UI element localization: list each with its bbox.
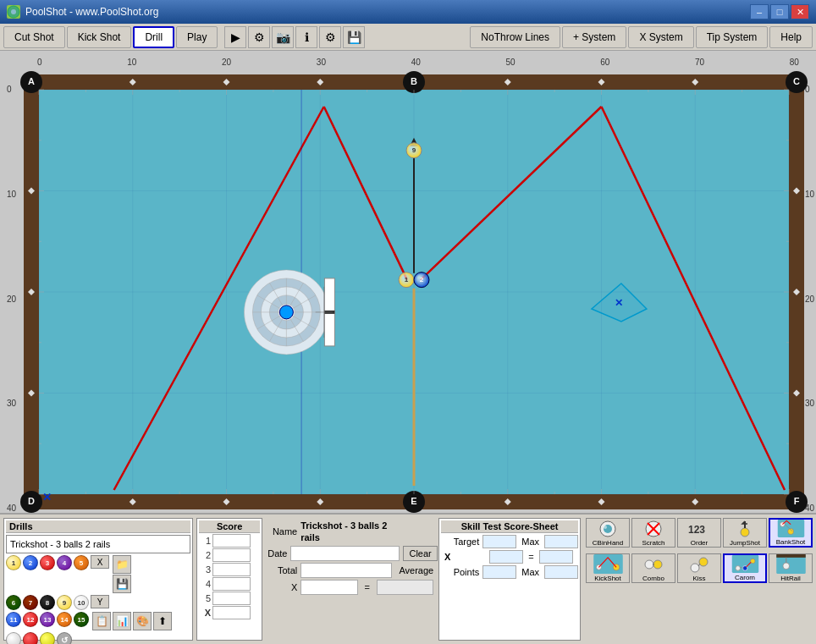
svg-point-12 [787, 529, 793, 535]
ball-14[interactable]: 14 [57, 612, 72, 627]
clear-button[interactable]: Clear [403, 546, 437, 561]
tip-system-button[interactable]: Tip System [696, 26, 769, 48]
play-button[interactable]: Play [176, 26, 218, 48]
max-label: Max [521, 537, 539, 547]
score-x-input[interactable] [212, 606, 251, 619]
svg-rect-31 [776, 554, 806, 558]
total-input[interactable] [300, 563, 392, 578]
ball-yellow[interactable] [40, 632, 55, 644]
bottom-panel: Drills Trickshot - 3 balls 2 rails 1 2 3… [0, 513, 816, 644]
score-input-5[interactable] [212, 592, 251, 605]
x-system-button[interactable]: X System [628, 26, 693, 48]
help-button[interactable]: Help [769, 26, 813, 48]
main-content: 0 10 20 30 40 50 60 70 80 0 10 20 30 40 … [0, 51, 816, 644]
score-row-4: 4 [199, 577, 260, 591]
jumpshot-button[interactable]: JumpShot [723, 518, 767, 548]
skill-title: Skill Test Score-Sheet [441, 520, 578, 533]
plus-system-button[interactable]: + System [562, 26, 626, 48]
score-input-1[interactable] [212, 534, 251, 548]
points-input[interactable] [482, 565, 516, 579]
skill-test-panel: Skill Test Score-Sheet Target Max X = Po… [438, 518, 581, 641]
toolbar: Cut Shot Kick Shot Drill Play ▶ ⚙ 📷 ℹ ⚙ … [0, 24, 816, 51]
ball-red[interactable] [23, 632, 38, 644]
score-input-4[interactable] [212, 577, 251, 591]
score-input-3[interactable] [212, 563, 251, 576]
drill-button[interactable]: Drill [133, 26, 174, 48]
close-button[interactable]: ✕ [791, 4, 809, 19]
score-row-5: 5 [199, 592, 260, 605]
ball-row-1: 1 2 3 4 5 X 📁 💾 [6, 555, 190, 593]
x-button[interactable]: X [91, 555, 109, 569]
action-ball[interactable]: ↺ [57, 632, 72, 644]
ball-3[interactable]: 3 [40, 555, 55, 570]
settings-icon-button[interactable]: ⚙ [248, 26, 270, 48]
camera-icon-button[interactable]: 📷 [272, 26, 294, 48]
info-icon-button[interactable]: ℹ [295, 26, 317, 48]
chart-icon-button[interactable]: 📊 [113, 612, 131, 630]
skill-result-input[interactable] [539, 550, 573, 564]
table-canvas[interactable] [0, 51, 816, 513]
ball-6[interactable]: 6 [6, 595, 21, 610]
points-max-input[interactable] [544, 565, 578, 579]
color-icon-button[interactable]: 🎨 [133, 612, 152, 630]
score-x-row: X [199, 606, 260, 619]
x-label: X [267, 582, 297, 592]
score-input-2[interactable] [212, 548, 251, 562]
ball-5[interactable]: 5 [74, 555, 89, 570]
ball-12[interactable]: 12 [23, 612, 38, 627]
order-button[interactable]: 123 Order [677, 518, 721, 548]
ball-row-3: 11 12 13 14 15 📋 📊 🎨 ⬆ [6, 612, 190, 630]
date-input[interactable] [290, 546, 400, 561]
ball-10[interactable]: 10 [74, 595, 89, 610]
points-max-label: Max [521, 567, 539, 577]
shot-types-panel: CBinHand Scratch 123 Order [586, 518, 813, 641]
ball-4[interactable]: 4 [57, 555, 72, 570]
target-label: Target [441, 537, 479, 547]
target-max-input[interactable] [544, 535, 578, 548]
svg-line-23 [698, 564, 700, 566]
ball-8[interactable]: 8 [40, 595, 55, 610]
maximize-button[interactable]: □ [770, 4, 789, 19]
combo-button[interactable]: Combo [631, 553, 675, 583]
folder-open-button[interactable]: 📁 [113, 555, 131, 574]
ball-1[interactable]: 1 [6, 555, 21, 570]
ball-13[interactable]: 13 [40, 612, 55, 627]
title-bar-left: PoolShot - www.PoolShot.org [7, 5, 158, 19]
kick-shot-button[interactable]: Kick Shot [67, 26, 132, 48]
minimize-button[interactable]: – [750, 4, 769, 19]
date-label: Date [267, 548, 287, 559]
date-row: Date Clear ↺ [267, 546, 433, 561]
ball-2[interactable]: 2 [23, 555, 38, 570]
ball-white[interactable] [6, 632, 21, 644]
cbinhand-button[interactable]: CBinHand [586, 518, 630, 548]
cut-shot-button[interactable]: Cut Shot [3, 26, 65, 48]
ball-7[interactable]: 7 [23, 595, 38, 610]
nothrow-lines-button[interactable]: NoThrow Lines [470, 26, 560, 48]
y-button[interactable]: Y [91, 595, 109, 608]
ball-11[interactable]: 11 [6, 612, 21, 627]
arrow-icon-button[interactable]: ⬆ [153, 612, 172, 630]
hitrail-button[interactable]: HitRail [769, 553, 813, 583]
x-input[interactable] [300, 580, 357, 595]
save-icon-button[interactable]: 💾 [343, 26, 365, 48]
skill-x-input[interactable] [489, 550, 523, 564]
kiss-button[interactable]: Kiss [677, 553, 721, 583]
list-icon-button[interactable]: 📋 [92, 612, 111, 630]
save-drill-button[interactable]: 💾 [113, 575, 131, 593]
bankshot-button[interactable]: BankShot [769, 518, 813, 548]
equals-skill: = [528, 552, 533, 562]
total-label: Total [267, 565, 297, 575]
carom-button[interactable]: Carom [723, 553, 767, 583]
result-input[interactable] [377, 580, 433, 595]
config-icon-button[interactable]: ⚙ [319, 26, 341, 48]
kickshot-button[interactable]: KickShot [586, 553, 630, 583]
drills-list-item[interactable]: Trickshot - 3 balls 2 rails [6, 535, 190, 553]
ball-9[interactable]: 9 [57, 595, 72, 610]
ball-15[interactable]: 15 [74, 612, 89, 627]
svg-point-18 [645, 560, 653, 569]
scratch-button[interactable]: Scratch [631, 518, 675, 548]
play-icon-button[interactable]: ▶ [224, 26, 246, 48]
target-input[interactable] [482, 535, 516, 548]
svg-point-32 [782, 563, 789, 570]
scratch-label: Scratch [642, 539, 664, 547]
